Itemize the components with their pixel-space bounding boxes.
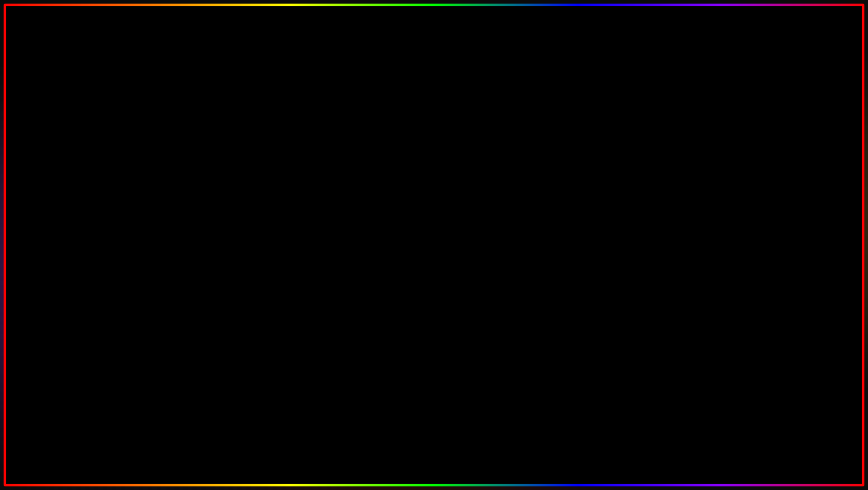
row-save-health: Save Health ✓ <box>629 256 804 271</box>
auto-farm-checkbox[interactable]: ✓ <box>277 261 285 269</box>
update-label: UPDATE <box>40 418 249 476</box>
badge-king-text: KING <box>737 406 779 417</box>
sidebar-label-settings-r: Settings <box>591 258 612 265</box>
row-choose-mode: Choose Mode Easy ▲ <box>629 227 804 241</box>
select-weapon-value-r[interactable]: Sword ▲ <box>774 217 797 224</box>
badge-character-icon: 🧙 <box>730 346 786 399</box>
sidebar-dot-dungeon-r <box>582 218 587 222</box>
king-legacy-badge: 🧙 KING LEGACY <box>711 342 805 436</box>
window-left-controls: — ✕ <box>270 171 286 177</box>
row-auto-km: Auto Km <box>116 227 291 242</box>
close-button-left[interactable]: ✕ <box>280 171 286 177</box>
auto-farm-label: Auto Farm <box>122 262 150 268</box>
window-right-body: Main Farm Dungeon Combat LocalPlayer Set… <box>577 180 804 306</box>
sidebar-dot-main-r <box>582 190 587 194</box>
sidebar-label-localplayer-r: LocalPlayer <box>591 244 621 251</box>
sidebar-item-farm-r[interactable]: Farm <box>577 199 628 213</box>
auto-km-checkbox[interactable] <box>277 231 285 239</box>
sidebar-dot-combat-r <box>582 232 587 236</box>
auto-sea-king-checkbox[interactable] <box>277 276 285 284</box>
title-king: KING <box>107 2 346 113</box>
window-left-titlebar: King Legacy (Adel Hub) — ✕ <box>64 168 291 180</box>
sidebar-dot-localplayer <box>70 232 74 236</box>
auto-haki-label: Auto Haki <box>122 217 148 223</box>
sidebar-dot-farm-r <box>582 204 587 208</box>
badge-legacy-text: LEGACY <box>737 417 779 428</box>
content-area-left: Option section Select Weapon Sword ▲ Aut… <box>116 180 291 306</box>
auto-dungeon-label: Auto Dungeon <box>635 245 672 252</box>
badge-inner: 🧙 KING LEGACY <box>712 343 803 434</box>
auto-haki-checkbox[interactable]: ✓ <box>277 216 285 224</box>
row-teleport: Teleport To Dungeon! <box>629 199 804 214</box>
title-container: KING LEGACY <box>0 8 868 107</box>
window-left: King Legacy (Adel Hub) — ✕ Main Farm Com… <box>63 166 292 328</box>
sidebar-label-main-r: Main <box>591 188 603 195</box>
row-auto-sea-king: Auto Sea King <box>116 272 291 287</box>
user-name-left: Sky <box>89 313 98 320</box>
sidebar-item-main-r[interactable]: Main <box>577 185 628 199</box>
row-auto-haki: Auto Haki ✓ <box>116 213 291 227</box>
content-area-right: Dungeon Teleport To Dungeon! Select Weap… <box>629 180 804 306</box>
sidebar-dot-settings-r <box>582 259 587 264</box>
update-version: 4.66 <box>251 418 366 476</box>
window-left-body: Main Farm Combat LocalPlayer Option sect… <box>64 180 291 306</box>
sidebar-item-settings-r[interactable]: Settings <box>577 254 628 268</box>
title-legacy: LEGACY <box>362 2 761 113</box>
teleport-toggle[interactable] <box>789 202 797 210</box>
sword-value: Sword <box>261 202 277 209</box>
teleport-label: Teleport To Dungeon! <box>635 203 690 210</box>
option-section-header: Option section <box>116 184 291 197</box>
sidebar-label-dungeon-r: Dungeon <box>591 216 614 223</box>
row-select-weapon-r: Select Weapon Sword ▲ <box>629 214 804 227</box>
window-right-footer: 👤 Sky <box>577 306 804 326</box>
easy-value: Easy <box>777 231 790 237</box>
chevron-up-icon-r: ▲ <box>793 218 797 223</box>
minimize-button-left[interactable]: — <box>270 171 277 177</box>
auto-km-label: Auto Km <box>122 232 145 238</box>
save-health-label: Save Health <box>635 260 667 267</box>
farm-section-header: Farm section <box>116 242 291 256</box>
sidebar-right: Main Farm Dungeon Combat LocalPlayer Set… <box>577 180 629 306</box>
window-right-titlebar: King Legacy (Adel Hub) — ✕ <box>577 168 804 180</box>
sidebar-dot-main <box>70 190 74 194</box>
sidebar-item-combat-r[interactable]: Combat <box>577 227 628 241</box>
sidebar-item-combat[interactable]: Combat <box>64 213 116 227</box>
sidebar-label-combat: Combat <box>78 216 98 223</box>
minimize-button-right[interactable]: — <box>783 171 789 177</box>
row-select-weapon: Select Weapon Sword ▲ <box>116 199 291 213</box>
auto-dungeon-checkbox[interactable] <box>789 244 797 252</box>
sidebar-dot-combat <box>70 218 74 222</box>
sidebar-label-farm: Farm <box>78 202 91 209</box>
select-weapon-value[interactable]: Sword ▲ <box>261 202 285 209</box>
chevron-up-mode-icon: ▲ <box>793 232 797 236</box>
save-health-checkbox[interactable]: ✓ <box>789 259 797 267</box>
choose-mode-label: Choose Mode <box>635 231 671 237</box>
sidebar-label-main: Main <box>78 188 90 195</box>
sidebar-label-localplayer: LocalPlayer <box>78 230 108 237</box>
sword-value-r: Sword <box>774 217 790 224</box>
close-button-right[interactable]: ✕ <box>793 171 799 177</box>
sidebar-item-farm[interactable]: Farm <box>64 199 116 213</box>
avatar-left: 👤 <box>70 309 84 324</box>
badge-title: KING LEGACY <box>737 406 779 428</box>
sidebar-item-localplayer-r[interactable]: LocalPlayer <box>577 241 628 254</box>
sidebar-dot-farm <box>70 204 74 208</box>
user-name-right: Sky <box>601 313 611 320</box>
row-auto-dungeon: Auto Dungeon <box>629 241 804 256</box>
dungeon-section-header: Dungeon <box>629 184 804 197</box>
select-weapon-label: Select Weapon <box>122 202 162 209</box>
choose-mode-value[interactable]: Easy ▲ <box>777 231 797 237</box>
window-right: King Legacy (Adel Hub) — ✕ Main Farm Dun… <box>576 166 805 328</box>
auto-sea-king-label: Auto Sea King <box>122 276 160 283</box>
sidebar-item-main[interactable]: Main <box>64 185 116 199</box>
window-right-controls: — ✕ <box>783 171 799 177</box>
sidebar-label-farm-r: Farm <box>591 202 604 209</box>
sidebar-item-dungeon-r[interactable]: Dungeon <box>577 213 628 227</box>
chevron-up-icon: ▲ <box>280 203 285 208</box>
sidebar-item-localplayer[interactable]: LocalPlayer <box>64 227 116 241</box>
window-right-title: King Legacy (Adel Hub) <box>582 170 648 177</box>
sidebar-dot-localplayer-r <box>582 245 587 250</box>
sidebar-left: Main Farm Combat LocalPlayer <box>64 180 116 306</box>
avatar-right: 👤 <box>582 309 597 324</box>
sidebar-label-combat-r: Combat <box>591 230 611 237</box>
